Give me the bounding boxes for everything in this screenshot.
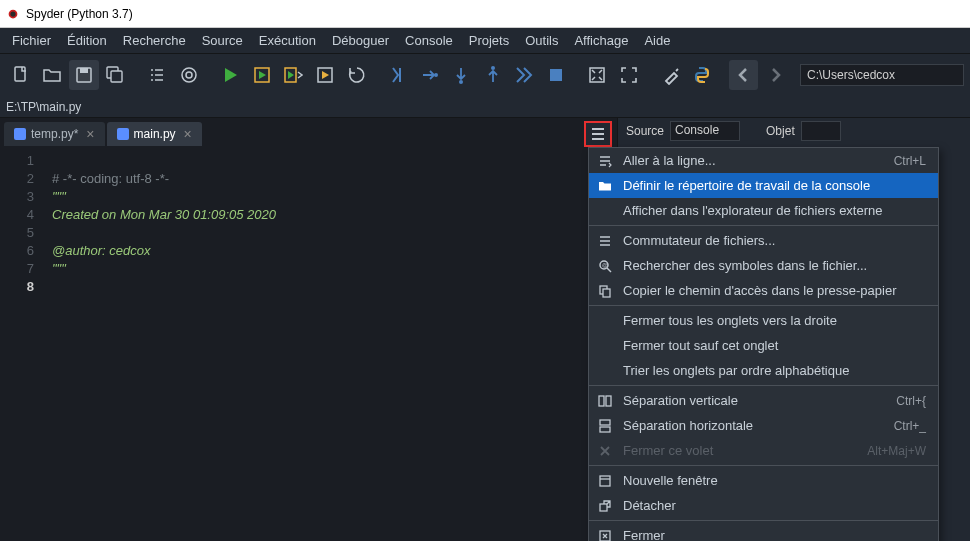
tab-main[interactable]: main.py ×: [107, 122, 202, 146]
menu-separator: [589, 305, 938, 306]
editor-tabs: temp.py* × main.py ×: [0, 118, 617, 146]
run-cell-button[interactable]: [247, 60, 277, 90]
run-selection-button[interactable]: [310, 60, 340, 90]
object-label: Objet: [766, 124, 795, 138]
at-button[interactable]: [174, 60, 204, 90]
close-icon[interactable]: ×: [184, 126, 192, 142]
back-button[interactable]: [729, 60, 759, 90]
code-editor[interactable]: 1 2 3 4 5 6 7 8 # -*- coding: utf-8 -*- …: [0, 146, 617, 541]
menu-edition[interactable]: Édition: [59, 30, 115, 51]
preferences-button[interactable]: [656, 60, 686, 90]
window-title: Spyder (Python 3.7): [26, 7, 133, 21]
menu-console[interactable]: Console: [397, 30, 461, 51]
menu-item-label: Fermer tous les onglets vers la droite: [623, 313, 837, 328]
menu-affichage[interactable]: Affichage: [566, 30, 636, 51]
menu-fichier[interactable]: Fichier: [4, 30, 59, 51]
editor-pane: temp.py* × main.py × 1 2 3 4 5 6 7 8 # -…: [0, 118, 618, 541]
tab-label: main.py: [134, 127, 176, 141]
open-file-button[interactable]: [38, 60, 68, 90]
object-field[interactable]: [801, 121, 841, 141]
menu-item[interactable]: Séparation verticaleCtrl+{: [589, 388, 938, 413]
close-icon[interactable]: ×: [86, 126, 94, 142]
splitv-icon: [597, 393, 613, 409]
menu-shortcut: Alt+Maj+W: [867, 444, 926, 458]
menu-item-label: Aller à la ligne...: [623, 153, 716, 168]
list-button[interactable]: [142, 60, 172, 90]
menu-outils[interactable]: Outils: [517, 30, 566, 51]
menu-item[interactable]: Définir le répertoire de travail de la c…: [589, 173, 938, 198]
menu-separator: [589, 385, 938, 386]
menu-recherche[interactable]: Recherche: [115, 30, 194, 51]
switch-icon: [597, 233, 613, 249]
rerun-button[interactable]: [342, 60, 372, 90]
menu-deboguer[interactable]: Déboguer: [324, 30, 397, 51]
menu-item[interactable]: Aller à la ligne...Ctrl+L: [589, 148, 938, 173]
run-button[interactable]: [215, 60, 245, 90]
tab-temp[interactable]: temp.py* ×: [4, 122, 105, 146]
step-out-button[interactable]: [478, 60, 508, 90]
menu-item[interactable]: Nouvelle fenêtre: [589, 468, 938, 493]
svg-rect-25: [600, 476, 610, 486]
stop-button[interactable]: [541, 60, 571, 90]
step-into-button[interactable]: [446, 60, 476, 90]
help-pane-header: Source Console Objet: [618, 118, 970, 144]
code-text[interactable]: # -*- coding: utf-8 -*- """ Created on M…: [44, 146, 617, 541]
menu-shortcut: Ctrl+L: [894, 154, 926, 168]
menu-aide[interactable]: Aide: [636, 30, 678, 51]
menu-item[interactable]: Commutateur de fichiers...: [589, 228, 938, 253]
svg-rect-4: [80, 68, 88, 73]
svg-point-7: [182, 68, 196, 82]
svg-rect-23: [600, 420, 610, 425]
menu-item[interactable]: @Rechercher des symboles dans le fichier…: [589, 253, 938, 278]
menu-item[interactable]: Trier les onglets par ordre alphabétique: [589, 358, 938, 383]
filepath-bar: E:\TP\main.py: [0, 96, 970, 118]
svg-rect-22: [606, 396, 611, 406]
goto-icon: [597, 153, 613, 169]
menu-item[interactable]: Fermer tout sauf cet onglet: [589, 333, 938, 358]
python-path-button[interactable]: [687, 60, 717, 90]
menu-item[interactable]: Afficher dans l'explorateur de fichiers …: [589, 198, 938, 223]
copy-icon: [597, 283, 613, 299]
toolbar: [0, 54, 970, 96]
menu-item-label: Fermer tout sauf cet onglet: [623, 338, 778, 353]
svg-point-13: [459, 80, 463, 84]
save-button[interactable]: [69, 60, 99, 90]
menu-projets[interactable]: Projets: [461, 30, 517, 51]
blank-icon: [597, 363, 613, 379]
folder-icon: [597, 178, 613, 194]
blank-icon: [597, 338, 613, 354]
new-file-button[interactable]: [6, 60, 36, 90]
svg-rect-24: [600, 427, 610, 432]
working-directory-field[interactable]: [800, 64, 964, 86]
menu-item-label: Commutateur de fichiers...: [623, 233, 775, 248]
svg-rect-2: [15, 67, 25, 81]
hamburger-icon: [590, 127, 606, 141]
menu-item-label: Séparation verticale: [623, 393, 738, 408]
menu-item[interactable]: Copier le chemin d'accès dans le presse-…: [589, 278, 938, 303]
menu-item: Fermer ce voletAlt+Maj+W: [589, 438, 938, 463]
menu-item-label: Trier les onglets par ordre alphabétique: [623, 363, 849, 378]
menu-execution[interactable]: Exécution: [251, 30, 324, 51]
svg-point-1: [10, 11, 15, 16]
menu-separator: [589, 225, 938, 226]
maximize-button[interactable]: [583, 60, 613, 90]
menu-item-label: Séparation horizontale: [623, 418, 753, 433]
source-label: Source: [626, 124, 664, 138]
menu-item[interactable]: Détacher: [589, 493, 938, 518]
forward-button[interactable]: [760, 60, 790, 90]
menu-item[interactable]: Fermer tous les onglets vers la droite: [589, 308, 938, 333]
run-cell-advance-button[interactable]: [279, 60, 309, 90]
window-icon: [597, 473, 613, 489]
fullscreen-button[interactable]: [614, 60, 644, 90]
menu-item[interactable]: Séparation horizontaleCtrl+_: [589, 413, 938, 438]
menu-item[interactable]: Fermer: [589, 523, 938, 541]
svg-rect-15: [550, 69, 562, 81]
source-combo[interactable]: Console: [670, 121, 740, 141]
debug-button[interactable]: [383, 60, 413, 90]
editor-options-button[interactable]: [584, 121, 612, 147]
svg-rect-21: [599, 396, 604, 406]
menu-source[interactable]: Source: [194, 30, 251, 51]
step-button[interactable]: [415, 60, 445, 90]
save-all-button[interactable]: [101, 60, 131, 90]
continue-button[interactable]: [510, 60, 540, 90]
